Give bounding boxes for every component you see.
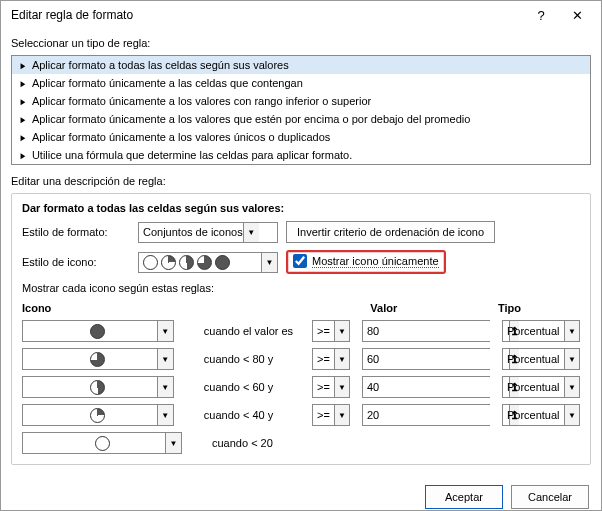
edit-description-label: Editar una descripción de regla: bbox=[11, 175, 591, 187]
type-select[interactable]: Porcentual▼ bbox=[502, 404, 580, 426]
value-input[interactable] bbox=[363, 349, 509, 369]
rules-header-row: Icono Valor Tipo bbox=[22, 302, 580, 314]
icon-select[interactable]: ▼ bbox=[22, 348, 174, 370]
header-value: Valor bbox=[370, 302, 498, 314]
chevron-down-icon: ▼ bbox=[334, 377, 349, 397]
value-input-wrap: ↥ bbox=[362, 376, 490, 398]
format-style-select[interactable]: Conjuntos de iconos ▼ bbox=[138, 222, 278, 243]
value-input-wrap: ↥ bbox=[362, 404, 490, 426]
pie-set-icon bbox=[143, 255, 230, 270]
format-header: Dar formato a todas las celdas según sus… bbox=[22, 202, 580, 214]
chevron-down-icon: ▼ bbox=[564, 349, 579, 369]
select-rule-type-label: Seleccionar un tipo de regla: bbox=[11, 37, 591, 49]
condition-text: cuando < 80 y bbox=[204, 353, 312, 365]
pointer-icon: ► bbox=[19, 96, 27, 107]
show-each-label: Mostrar cada icono según estas reglas: bbox=[22, 282, 580, 294]
icon-select[interactable]: ▼ bbox=[22, 432, 182, 454]
pie-icon bbox=[90, 408, 105, 423]
value-input-wrap: ↥ bbox=[362, 348, 490, 370]
icon-style-label: Estilo de icono: bbox=[22, 256, 130, 268]
condition-text: cuando < 60 y bbox=[204, 381, 312, 393]
icon-select[interactable]: ▼ bbox=[22, 404, 174, 426]
titlebar: Editar regla de formato ? ✕ bbox=[1, 1, 601, 29]
pointer-icon: ► bbox=[19, 78, 27, 89]
pointer-icon: ► bbox=[19, 114, 27, 125]
show-icon-only-highlight: Mostrar icono únicamente bbox=[286, 250, 446, 274]
dialog-title: Editar regla de formato bbox=[11, 8, 523, 22]
value-input[interactable] bbox=[363, 321, 509, 341]
rule-type-item[interactable]: ►Aplicar formato únicamente a las celdas… bbox=[12, 74, 590, 92]
cancel-button[interactable]: Cancelar bbox=[511, 485, 589, 509]
chevron-down-icon: ▼ bbox=[564, 377, 579, 397]
chevron-down-icon: ▼ bbox=[334, 405, 349, 425]
help-icon[interactable]: ? bbox=[523, 1, 559, 29]
header-tipo: Tipo bbox=[498, 302, 580, 314]
chevron-down-icon: ▼ bbox=[243, 223, 259, 242]
icon-rule-row: ▼ cuando el valor es >=▼↥Porcentual▼ bbox=[22, 320, 580, 342]
value-input[interactable] bbox=[363, 377, 509, 397]
show-icon-only-checkbox[interactable]: Mostrar icono únicamente bbox=[293, 254, 439, 268]
value-input-wrap: ↥ bbox=[362, 320, 490, 342]
pointer-icon: ► bbox=[19, 150, 27, 161]
header-icon: Icono bbox=[22, 302, 195, 314]
condition-text: cuando < 40 y bbox=[204, 409, 312, 421]
type-select[interactable]: Porcentual▼ bbox=[502, 320, 580, 342]
chevron-down-icon: ▼ bbox=[157, 349, 173, 369]
rule-type-item[interactable]: ►Utilice una fórmula que determine las c… bbox=[12, 146, 590, 164]
chevron-down-icon: ▼ bbox=[564, 405, 579, 425]
dialog-body: Seleccionar un tipo de regla: ►Aplicar f… bbox=[1, 29, 601, 475]
rule-type-list[interactable]: ►Aplicar formato a todas las celdas segú… bbox=[11, 55, 591, 165]
pie-icon bbox=[90, 352, 105, 367]
format-style-label: Estilo de formato: bbox=[22, 226, 130, 238]
value-input[interactable] bbox=[363, 405, 509, 425]
icon-style-select[interactable]: ▼ bbox=[138, 252, 278, 273]
operator-select[interactable]: >=▼ bbox=[312, 376, 350, 398]
pie-icon bbox=[90, 380, 105, 395]
icon-select[interactable]: ▼ bbox=[22, 376, 174, 398]
operator-select[interactable]: >=▼ bbox=[312, 404, 350, 426]
pointer-icon: ► bbox=[19, 60, 27, 71]
dialog-footer: Aceptar Cancelar bbox=[1, 475, 601, 511]
chevron-down-icon: ▼ bbox=[334, 321, 349, 341]
ok-button[interactable]: Aceptar bbox=[425, 485, 503, 509]
pie-icon bbox=[95, 436, 110, 451]
condition-text: cuando el valor es bbox=[204, 325, 312, 337]
rule-type-item[interactable]: ►Aplicar formato únicamente a los valore… bbox=[12, 128, 590, 146]
chevron-down-icon: ▼ bbox=[564, 321, 579, 341]
chevron-down-icon: ▼ bbox=[334, 349, 349, 369]
dialog-edit-format-rule: Editar regla de formato ? ✕ Seleccionar … bbox=[0, 0, 602, 511]
pointer-icon: ► bbox=[19, 132, 27, 143]
icon-rule-row: ▼ cuando < 80 y >=▼↥Porcentual▼ bbox=[22, 348, 580, 370]
close-icon[interactable]: ✕ bbox=[559, 1, 595, 29]
icon-rule-row: ▼ cuando < 40 y >=▼↥Porcentual▼ bbox=[22, 404, 580, 426]
rule-description-group: Dar formato a todas las celdas según sus… bbox=[11, 193, 591, 465]
icon-select[interactable]: ▼ bbox=[22, 320, 174, 342]
condition-text: cuando < 20 bbox=[212, 437, 326, 449]
chevron-down-icon: ▼ bbox=[157, 377, 173, 397]
rule-type-item[interactable]: ►Aplicar formato a todas las celdas segú… bbox=[12, 56, 590, 74]
icon-rule-row: ▼ cuando < 20 bbox=[22, 432, 580, 454]
rule-type-item[interactable]: ►Aplicar formato únicamente a los valore… bbox=[12, 92, 590, 110]
show-icon-only-input[interactable] bbox=[293, 254, 307, 268]
operator-select[interactable]: >=▼ bbox=[312, 348, 350, 370]
chevron-down-icon: ▼ bbox=[261, 253, 277, 272]
chevron-down-icon: ▼ bbox=[165, 433, 181, 453]
rule-type-item[interactable]: ►Aplicar formato únicamente a los valore… bbox=[12, 110, 590, 128]
chevron-down-icon: ▼ bbox=[157, 321, 173, 341]
invert-order-button[interactable]: Invertir criterio de ordenación de icono bbox=[286, 221, 495, 243]
pie-icon bbox=[90, 324, 105, 339]
chevron-down-icon: ▼ bbox=[157, 405, 173, 425]
operator-select[interactable]: >=▼ bbox=[312, 320, 350, 342]
type-select[interactable]: Porcentual▼ bbox=[502, 348, 580, 370]
icon-rule-row: ▼ cuando < 60 y >=▼↥Porcentual▼ bbox=[22, 376, 580, 398]
type-select[interactable]: Porcentual▼ bbox=[502, 376, 580, 398]
